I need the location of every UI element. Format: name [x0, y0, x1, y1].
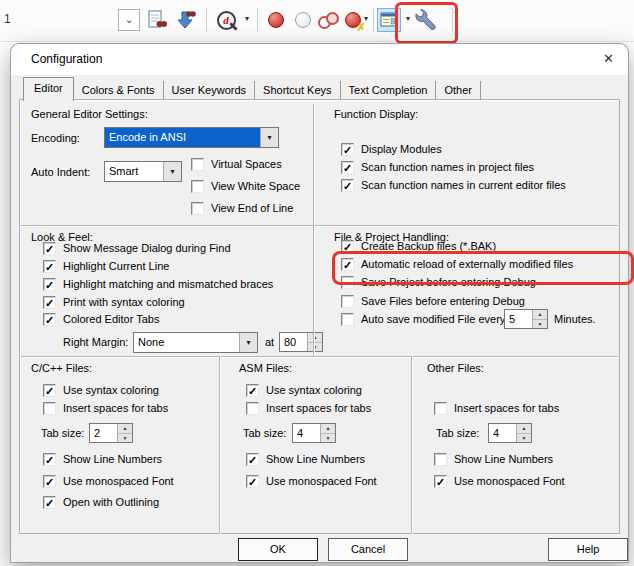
- section-title-other-files: Other Files:: [427, 362, 484, 375]
- spin-up-icon[interactable]: ▲: [308, 333, 322, 343]
- checkbox-c-insert-spaces[interactable]: [43, 402, 56, 415]
- toolbar-separator: [206, 8, 207, 32]
- tab-editor[interactable]: Editor: [23, 77, 74, 101]
- divider: [313, 104, 315, 225]
- checkbox-c-line-numbers[interactable]: ✓: [43, 453, 56, 466]
- checkbox-other-line-numbers[interactable]: [434, 453, 447, 466]
- checkbox-other-insert-spaces[interactable]: [434, 402, 447, 415]
- label-display-modules: Display Modules: [361, 143, 442, 156]
- label-asm-line-numbers: Show Line Numbers: [266, 453, 365, 466]
- spin-up-icon[interactable]: ▲: [321, 424, 335, 434]
- encoding-label: Encoding:: [31, 132, 80, 145]
- debug-dropdown-caret-icon[interactable]: ▾: [242, 14, 252, 23]
- label-scan-editor-files: Scan function names in current editor fi…: [361, 179, 566, 192]
- other-tab-size-value: 4: [489, 424, 516, 442]
- spin-down-icon[interactable]: ▼: [118, 434, 132, 443]
- help-button[interactable]: Help: [548, 538, 628, 561]
- right-margin-label: Right Margin:: [63, 336, 128, 349]
- tab-strip: Editor Colors & Fonts User Keywords Shor…: [23, 77, 481, 100]
- start-stop-debug-icon[interactable]: d: [214, 8, 238, 32]
- checkbox-c-syntax-coloring[interactable]: ✓: [43, 384, 56, 397]
- checkbox-asm-monospaced-font[interactable]: ✓: [246, 475, 259, 488]
- section-title-asm-files: ASM Files:: [239, 362, 292, 375]
- checkbox-display-modules[interactable]: ✓: [341, 143, 354, 156]
- section-title-c-files: C/C++ Files:: [31, 362, 92, 375]
- checkbox-view-white-space[interactable]: [191, 180, 204, 193]
- red-breakpoint-dot: [268, 12, 284, 28]
- tab-user-keywords[interactable]: User Keywords: [164, 81, 256, 100]
- right-margin-select[interactable]: None ▾: [133, 332, 258, 353]
- auto-save-minutes-spinner[interactable]: 5 ▲ ▼: [504, 309, 548, 329]
- disable-all-breakpoints-icon[interactable]: [316, 8, 340, 32]
- checkbox-show-message-dialog[interactable]: ✓: [43, 242, 56, 255]
- find-in-files-icon[interactable]: [145, 8, 169, 32]
- auto-indent-dropdown-button[interactable]: ▾: [163, 162, 181, 181]
- checkbox-asm-line-numbers[interactable]: ✓: [246, 453, 259, 466]
- tab-text-completion[interactable]: Text Completion: [341, 81, 437, 100]
- auto-indent-select[interactable]: Smart ▾: [104, 161, 182, 182]
- c-tab-size-label: Tab size:: [41, 427, 84, 440]
- asm-tab-size-value: 4: [293, 424, 320, 442]
- checkbox-highlight-braces[interactable]: ✓: [43, 278, 56, 291]
- asm-tab-size-spinner[interactable]: 4 ▲ ▼: [292, 423, 336, 443]
- right-margin-column-spinner[interactable]: 80 ▲ ▼: [279, 332, 323, 352]
- checkbox-auto-save[interactable]: [341, 313, 354, 326]
- checkbox-virtual-spaces[interactable]: [191, 158, 204, 171]
- incremental-find-icon[interactable]: [173, 8, 197, 32]
- chevron-down-icon: ▾: [267, 134, 271, 142]
- toolbar-dropdown-chevron-button[interactable]: ⌄: [118, 9, 140, 31]
- tab-colors-fonts[interactable]: Colors & Fonts: [74, 81, 164, 100]
- label-other-line-numbers: Show Line Numbers: [454, 453, 553, 466]
- close-icon[interactable]: ✕: [603, 51, 614, 66]
- tab-other[interactable]: Other: [436, 81, 481, 100]
- tab-shortcut-keys[interactable]: Shortcut Keys: [255, 81, 340, 100]
- checkbox-asm-syntax-coloring[interactable]: ✓: [246, 384, 259, 397]
- spin-down-icon[interactable]: ▼: [517, 434, 531, 443]
- spin-down-icon[interactable]: ▼: [321, 434, 335, 443]
- checkbox-asm-insert-spaces[interactable]: [246, 402, 259, 415]
- toolbar-separator: [373, 8, 374, 32]
- gray-breakpoint-dot: [295, 12, 311, 28]
- auto-save-minutes-value: 5: [505, 310, 532, 328]
- label-highlight-current-line: Highlight Current Line: [63, 260, 169, 273]
- checkbox-c-monospaced-font[interactable]: ✓: [43, 475, 56, 488]
- checkbox-save-files-debug[interactable]: [341, 295, 354, 308]
- dialog-titlebar[interactable]: Configuration ✕: [11, 44, 628, 75]
- cancel-button[interactable]: Cancel: [328, 538, 408, 561]
- divider: [411, 356, 413, 534]
- label-c-insert-spaces: Insert spaces for tabs: [63, 402, 168, 415]
- checkbox-scan-project-files[interactable]: ✓: [341, 161, 354, 174]
- label-other-monospaced-font: Use monospaced Font: [454, 475, 565, 488]
- spin-up-icon[interactable]: ▲: [533, 310, 547, 320]
- spin-down-icon[interactable]: ▼: [533, 320, 547, 329]
- annotation-red-box-automatic-reload: [332, 251, 634, 285]
- encoding-select[interactable]: Encode in ANSI ▾: [104, 127, 279, 148]
- right-margin-column-value: 80: [280, 333, 307, 351]
- encoding-dropdown-button[interactable]: ▾: [260, 128, 278, 147]
- c-tab-size-spinner[interactable]: 2 ▲ ▼: [89, 423, 133, 443]
- label-highlight-braces: Highlight matching and mismatched braces: [63, 278, 273, 291]
- other-tab-size-spinner[interactable]: 4 ▲ ▼: [488, 423, 532, 443]
- spin-up-icon[interactable]: ▲: [118, 424, 132, 434]
- divider: [21, 356, 618, 358]
- section-title-function-display: Function Display:: [334, 108, 418, 121]
- ok-button[interactable]: OK: [238, 538, 318, 561]
- enable-disable-breakpoint-icon[interactable]: [291, 8, 315, 32]
- divider: [219, 356, 221, 534]
- spin-down-icon[interactable]: ▼: [308, 343, 322, 352]
- checkbox-print-syntax-coloring[interactable]: ✓: [43, 296, 56, 309]
- right-margin-dropdown-button[interactable]: ▾: [239, 333, 257, 352]
- checkbox-scan-editor-files[interactable]: ✓: [341, 179, 354, 192]
- checkbox-view-end-of-line[interactable]: [191, 202, 204, 215]
- spin-up-icon[interactable]: ▲: [517, 424, 531, 434]
- insert-remove-breakpoint-icon[interactable]: [264, 8, 288, 32]
- breakpoints-dropdown-caret-icon[interactable]: ▾: [361, 14, 371, 23]
- at-label: at: [265, 336, 274, 349]
- label-asm-monospaced-font: Use monospaced Font: [266, 475, 377, 488]
- label-asm-syntax-coloring: Use syntax coloring: [266, 384, 362, 397]
- checkbox-c-outlining[interactable]: ✓: [43, 496, 56, 509]
- chevron-down-icon: ▾: [170, 168, 174, 176]
- checkbox-highlight-current-line[interactable]: ✓: [43, 260, 56, 273]
- checkbox-other-monospaced-font[interactable]: ✓: [434, 475, 447, 488]
- checkbox-colored-editor-tabs[interactable]: ✓: [43, 313, 56, 326]
